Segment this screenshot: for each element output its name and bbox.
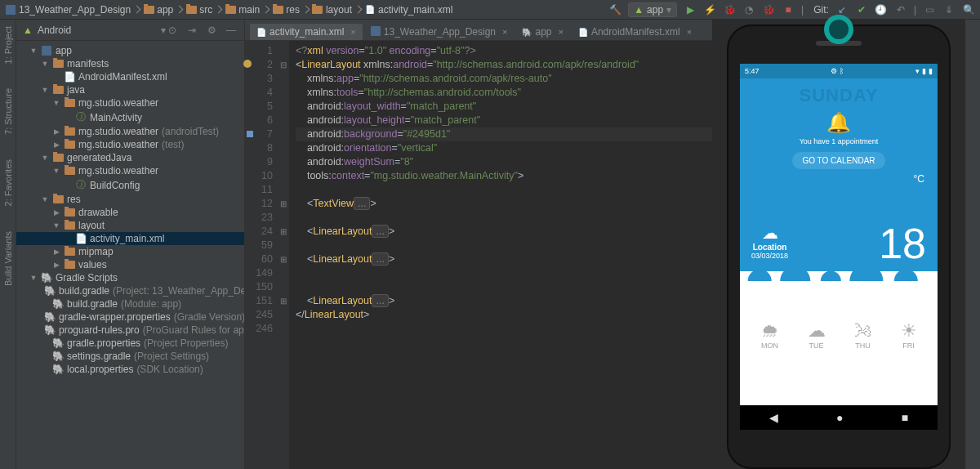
tree-node[interactable]: 🐘gradle.properties (Project Properties) [16,337,244,350]
tool-window-tab[interactable]: 1: Project [3,26,13,64]
code-line[interactable]: </LinearLayout> [296,308,712,322]
breadcrumb-item[interactable]: res [272,4,300,16]
tree-node[interactable]: 🐘proguard-rules.pro (ProGuard Rules for … [16,324,244,337]
line-number[interactable]: 6 [245,114,273,127]
tree-node[interactable]: ▼java [16,83,244,96]
breadcrumb-item[interactable]: app [143,4,173,16]
back-icon[interactable]: ◀ [769,411,778,424]
fold-handle[interactable] [278,280,289,294]
tree-node[interactable]: ▶mg.studio.weather (test) [16,138,244,151]
code-editor[interactable]: 12345678910111223245960149150151245246 ⊟… [245,41,712,469]
fold-handle[interactable] [278,211,289,225]
breadcrumb-item[interactable]: src [185,4,212,16]
tree-twisty-icon[interactable]: ▼ [41,60,49,68]
fold-handle[interactable] [278,100,289,114]
tree-node[interactable]: ▼res [16,193,244,206]
fold-handle[interactable] [278,239,289,252]
tool-window-tab[interactable]: 2: Favorites [3,159,13,206]
breadcrumb-item[interactable]: 📄activity_main.xml [364,4,452,16]
tree-node[interactable]: ▼manifests [16,57,244,70]
code-line[interactable]: tools:context="mg.studio.weather.MainAct… [296,169,712,183]
code-line[interactable] [296,239,712,252]
scroll-from-source-icon[interactable]: ⊙ [166,24,179,37]
code-line[interactable]: <LinearLayout...> [296,225,712,239]
code-line[interactable]: <LinearLayout xmlns:android="http://sche… [296,58,712,72]
code-line[interactable]: android:orientation="vertical" [296,141,712,155]
tree-node[interactable]: ▼layout [16,219,244,232]
line-number[interactable]: 60 [245,252,273,266]
code-line[interactable] [296,211,712,225]
fold-handle[interactable]: ⊞ [278,225,289,239]
line-number[interactable]: 151 [245,294,273,308]
tree-node[interactable]: 🐘local.properties (SDK Location) [16,363,244,376]
breadcrumb-item[interactable]: 13_Weather_App_Design [5,4,131,16]
line-number[interactable]: 149 [245,266,273,280]
code-line[interactable]: <TextView...> [296,197,712,211]
code-line[interactable]: android:layout_width="match_parent" [296,100,712,114]
fold-handle[interactable]: ⊞ [278,294,289,308]
code-line[interactable] [296,266,712,280]
code-line[interactable]: xmlns:app="http://schemas.android.com/ap… [296,72,712,86]
close-icon[interactable]: × [687,27,692,37]
go-to-calendar-button[interactable]: GO TO CALENDAR [792,152,884,169]
tool-window-tab[interactable]: Build Variants [3,231,13,286]
fold-handle[interactable] [278,44,289,58]
fold-handle[interactable] [278,155,289,169]
line-number[interactable]: 8 [245,141,273,155]
line-number[interactable]: 7 [245,127,273,141]
tree-node[interactable]: 🐘gradle-wrapper.properties (Gradle Versi… [16,310,244,324]
tool-window-tab[interactable]: 7: Structure [3,88,13,135]
apply-changes-icon[interactable]: ⚡ [703,3,716,16]
tree-twisty-icon[interactable]: ▶ [52,248,60,256]
line-number[interactable]: 2 [245,58,273,72]
tree-node[interactable]: ▼generatedJava [16,151,244,164]
line-number[interactable]: 9 [245,155,273,169]
tree-twisty-icon[interactable]: ▼ [29,47,38,55]
code-line[interactable] [296,280,712,294]
search-everywhere-icon[interactable]: 🔍 [962,3,975,16]
fold-handle[interactable]: ⊞ [278,252,289,266]
git-revert-icon[interactable]: ↶ [894,3,907,16]
code-line[interactable]: android:layout_height="match_parent" [296,114,712,127]
close-icon[interactable]: × [502,27,507,37]
tree-node[interactable]: 📄AndroidManifest.xml [16,70,244,83]
fold-handle[interactable] [278,322,289,336]
code-line[interactable]: <?xml version="1.0" encoding="utf-8"?> [296,44,712,58]
code-line[interactable]: <LinearLayout...> [296,252,712,266]
line-number[interactable]: 24 [245,225,273,239]
close-icon[interactable]: × [350,27,355,37]
code-content[interactable]: <?xml version="1.0" encoding="utf-8"?><L… [289,41,712,469]
line-number[interactable]: 59 [245,239,273,252]
code-line[interactable]: android:weightSum="8" [296,155,712,169]
debug-icon[interactable]: 🐞 [723,3,736,16]
sdk-manager-icon[interactable]: ⇓ [942,3,956,16]
tree-twisty-icon[interactable]: ▶ [52,141,60,149]
make-project-icon[interactable]: 🔨 [608,3,621,16]
tree-twisty-icon[interactable]: ▼ [41,154,49,162]
tree-twisty-icon[interactable]: ▼ [41,195,49,203]
tree-twisty-icon[interactable]: ▼ [29,274,38,282]
fold-handle[interactable] [278,127,289,141]
hide-panel-icon[interactable]: — [225,24,238,37]
project-view-name[interactable]: Android [38,25,161,36]
profile-icon[interactable]: ◔ [742,3,755,16]
tree-node[interactable]: ▼mg.studio.weather [16,164,244,177]
collapse-all-icon[interactable]: ⇥ [185,24,198,37]
tree-node[interactable]: ▶mg.studio.weather (androidTest) [16,125,244,138]
project-tree[interactable]: ▼app▼manifests📄AndroidManifest.xml▼java▼… [16,41,244,469]
fold-handle[interactable] [278,114,289,127]
line-number[interactable]: 10 [245,169,273,183]
tree-node[interactable]: ▶mipmap [16,245,244,258]
run-configuration-selector[interactable]: ▲ app ▾ [628,2,677,17]
line-number[interactable]: 23 [245,211,273,225]
tree-twisty-icon[interactable]: ▶ [52,261,60,269]
tree-node[interactable]: ▼mg.studio.weather [16,96,244,109]
line-number[interactable]: 3 [245,72,273,86]
code-line[interactable]: android:background="#2495d1" [296,127,712,141]
avd-manager-icon[interactable]: ▭ [923,3,936,16]
tree-node[interactable]: ⒿBuildConfig [16,177,244,193]
overview-icon[interactable]: ■ [902,411,908,424]
line-number-gutter[interactable]: 12345678910111223245960149150151245246 [245,41,278,469]
attach-debugger-icon[interactable]: 🐞 [762,3,775,16]
breadcrumb-item[interactable]: layout [312,4,352,16]
